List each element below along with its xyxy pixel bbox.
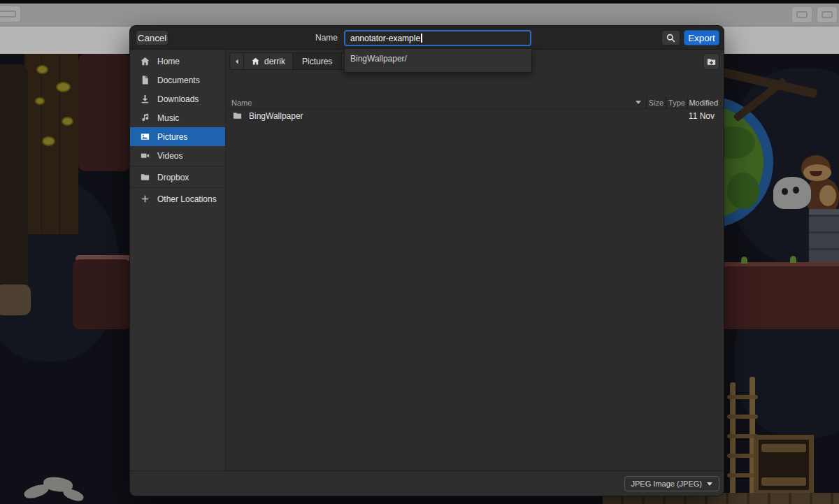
- text-caret: [421, 34, 422, 43]
- background-toolbar-button-1: [791, 6, 812, 23]
- breadcrumb-home-derrik[interactable]: derrik: [244, 53, 293, 69]
- dialog-footer: JPEG Image (JPEG): [130, 470, 724, 496]
- column-label: Size: [649, 99, 664, 107]
- sidebar-item-other-locations[interactable]: Other Locations: [130, 189, 225, 208]
- column-label: Type: [668, 99, 685, 107]
- chevron-down-icon: [707, 482, 712, 486]
- sidebar-item-label: Videos: [157, 151, 182, 161]
- dimmed-toolbar-icon-2: [822, 11, 833, 18]
- column-label: Modified: [689, 99, 718, 107]
- column-header-type[interactable]: Type: [666, 99, 687, 107]
- file-modified-date: 11 Nov: [682, 111, 724, 121]
- document-icon: [140, 75, 150, 85]
- new-folder-icon: [706, 57, 717, 67]
- export-button[interactable]: Export: [684, 30, 719, 45]
- music-note-icon: [140, 113, 150, 123]
- plus-icon: [140, 194, 150, 204]
- background-toolbar-button-2: [817, 6, 838, 23]
- column-header-row: Name Size Type Modified: [226, 96, 724, 109]
- file-browser-pane: derrik Pictures Name: [226, 50, 724, 470]
- search-icon: [666, 33, 676, 43]
- sort-descending-icon[interactable]: [636, 101, 641, 104]
- export-dialog: Cancel Name annotator-example Export Hom…: [130, 26, 724, 496]
- search-button[interactable]: [661, 30, 680, 45]
- background-toolbar-button-partial: [0, 6, 21, 22]
- sidebar-item-label: Documents: [157, 75, 200, 85]
- sidebar-item-label: Dropbox: [157, 173, 189, 182]
- sidebar-item-dropbox[interactable]: Dropbox: [130, 168, 225, 187]
- sidebar-item-downloads[interactable]: Downloads: [130, 89, 225, 108]
- sidebar-item-videos[interactable]: Videos: [130, 146, 225, 165]
- file-name: BingWallpaper: [249, 111, 682, 121]
- path-breadcrumb: derrik Pictures: [229, 52, 357, 70]
- sidebar-item-label: Other Locations: [157, 194, 217, 204]
- folder-icon: [140, 172, 150, 182]
- sidebar-item-label: Music: [157, 113, 179, 123]
- filename-completion-popup: BingWallpaper/: [344, 49, 532, 73]
- filetype-label: JPEG Image (JPEG): [631, 480, 702, 488]
- sidebar-divider: [130, 187, 225, 188]
- sidebar-divider: [130, 166, 225, 166]
- video-camera-icon: [140, 150, 150, 161]
- cancel-button[interactable]: Cancel: [136, 30, 168, 45]
- filename-value: annotator-example: [350, 34, 420, 43]
- sidebar-item-home[interactable]: Home: [130, 52, 225, 71]
- partial-toolbar-icon: [0, 10, 16, 17]
- screen: Cancel Name annotator-example Export Hom…: [0, 0, 839, 504]
- breadcrumb-pictures[interactable]: Pictures: [293, 53, 342, 69]
- breadcrumb-label: derrik: [264, 57, 285, 66]
- file-row-bingwallpaper[interactable]: BingWallpaper 11 Nov: [226, 109, 724, 122]
- image-icon: [140, 131, 150, 142]
- dimmed-toolbar-icon-1: [796, 11, 808, 18]
- column-header-size[interactable]: Size: [647, 99, 666, 107]
- column-header-modified[interactable]: Modified: [688, 99, 724, 107]
- places-sidebar: Home Documents Downloads Music Pictures …: [130, 50, 226, 470]
- sidebar-item-music[interactable]: Music: [130, 108, 225, 127]
- cancel-label: Cancel: [138, 33, 167, 43]
- chevron-left-icon: [233, 57, 241, 66]
- download-icon: [140, 94, 150, 104]
- back-button[interactable]: [230, 53, 244, 69]
- breadcrumb-label: Pictures: [302, 57, 332, 66]
- column-header-name[interactable]: Name: [226, 99, 646, 107]
- home-icon: [251, 57, 260, 66]
- sidebar-item-label: Downloads: [157, 94, 199, 104]
- folder-icon: [232, 110, 243, 121]
- filetype-dropdown[interactable]: JPEG Image (JPEG): [624, 476, 719, 491]
- background-app-toolbar: [0, 3, 839, 26]
- sidebar-item-pictures[interactable]: Pictures: [130, 127, 225, 146]
- export-label: Export: [688, 33, 715, 43]
- new-folder-button[interactable]: [703, 53, 719, 70]
- filename-input[interactable]: annotator-example: [344, 30, 531, 46]
- dialog-headerbar: Cancel Name annotator-example Export: [130, 26, 724, 50]
- name-label: Name: [315, 26, 338, 50]
- home-icon: [140, 56, 150, 66]
- sidebar-item-documents[interactable]: Documents: [130, 71, 225, 89]
- sidebar-item-label: Pictures: [157, 132, 187, 142]
- completion-suggestion[interactable]: BingWallpaper/: [345, 49, 531, 64]
- column-label: Name: [231, 99, 252, 107]
- sidebar-item-label: Home: [157, 57, 180, 66]
